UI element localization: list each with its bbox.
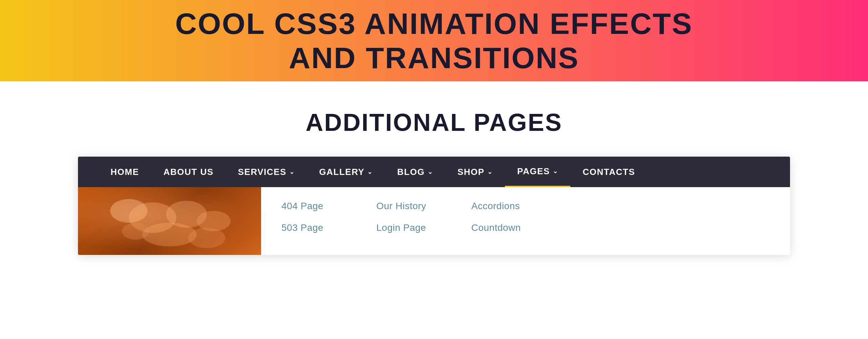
navbar: HOME ABOUT US SERVICES ⌄ GALLERY ⌄ BLOG … [78, 157, 790, 187]
hero-title: COOL CSS3 ANIMATION EFFECTS AND TRANSITI… [175, 6, 693, 75]
section-title: ADDITIONAL PAGES [305, 108, 562, 136]
nav-item-home[interactable]: HOME [98, 157, 151, 187]
dropdown-content: 404 Page 503 Page Our History Login Page… [78, 187, 790, 255]
svg-point-3 [197, 211, 231, 231]
chevron-down-icon: ⌄ [428, 168, 433, 176]
dropdown-link-503[interactable]: 503 Page [281, 222, 349, 233]
nav-item-contacts[interactable]: CONTACTS [570, 157, 647, 187]
svg-point-6 [188, 228, 225, 248]
nav-item-pages[interactable]: PAGES ⌄ [505, 157, 570, 187]
dropdown-col-2: Our History Login Page [376, 201, 444, 241]
additional-pages-section: ADDITIONAL PAGES HOME ABOUT US SERVICES … [0, 81, 868, 275]
dropdown-columns: 404 Page 503 Page Our History Login Page… [261, 187, 790, 255]
dropdown-link-our-history[interactable]: Our History [376, 201, 444, 212]
nav-item-shop[interactable]: SHOP ⌄ [445, 157, 505, 187]
nav-card: HOME ABOUT US SERVICES ⌄ GALLERY ⌄ BLOG … [78, 157, 790, 255]
map-shapes [78, 187, 261, 255]
dropdown-link-login[interactable]: Login Page [376, 222, 444, 233]
dropdown-col-3: Accordions Countdown [471, 201, 539, 241]
svg-point-4 [142, 223, 197, 246]
chevron-down-icon: ⌄ [487, 168, 493, 176]
dropdown-link-accordions[interactable]: Accordions [471, 201, 539, 212]
svg-point-5 [122, 223, 149, 240]
dropdown-link-404[interactable]: 404 Page [281, 201, 349, 212]
nav-item-services[interactable]: SERVICES ⌄ [226, 157, 307, 187]
nav-item-about[interactable]: ABOUT US [151, 157, 226, 187]
map-svg [102, 191, 237, 252]
dropdown-link-countdown[interactable]: Countdown [471, 222, 539, 233]
dropdown-col-1: 404 Page 503 Page [281, 201, 349, 241]
chevron-down-icon: ⌄ [553, 167, 558, 175]
nav-item-gallery[interactable]: GALLERY ⌄ [307, 157, 385, 187]
chevron-down-icon: ⌄ [289, 168, 295, 176]
hero-section: COOL CSS3 ANIMATION EFFECTS AND TRANSITI… [0, 0, 868, 81]
nav-item-blog[interactable]: BLOG ⌄ [385, 157, 446, 187]
chevron-down-icon: ⌄ [367, 168, 373, 176]
map-image-panel [78, 187, 261, 255]
